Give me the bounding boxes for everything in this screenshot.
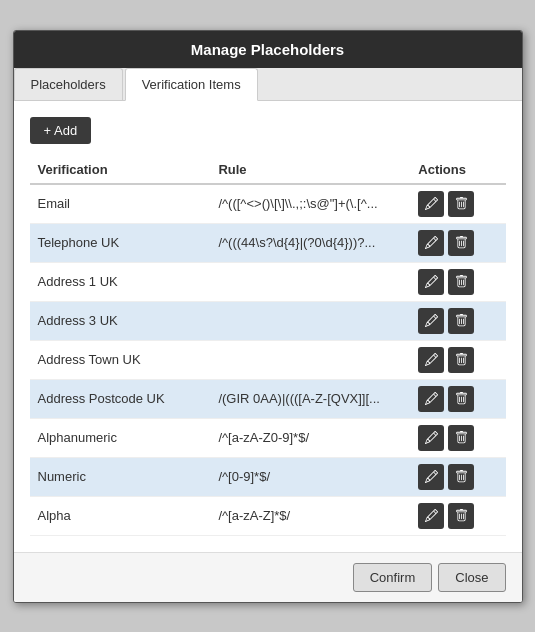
tab-placeholders[interactable]: Placeholders bbox=[14, 68, 123, 100]
actions-cell bbox=[410, 457, 505, 496]
rule-cell bbox=[210, 301, 410, 340]
delete-button[interactable] bbox=[448, 230, 474, 256]
actions-cell bbox=[410, 223, 505, 262]
actions-cell bbox=[410, 301, 505, 340]
actions-cell bbox=[410, 496, 505, 535]
rule-cell bbox=[210, 262, 410, 301]
edit-button[interactable] bbox=[418, 464, 444, 490]
verification-cell: Address 3 UK bbox=[30, 301, 211, 340]
verification-cell: Address Postcode UK bbox=[30, 379, 211, 418]
delete-button[interactable] bbox=[448, 503, 474, 529]
table-row: Alpha/^[a-zA-Z]*$/ bbox=[30, 496, 506, 535]
actions-cell bbox=[410, 184, 505, 224]
verification-table: Verification Rule Actions Email/^(([^<>(… bbox=[30, 156, 506, 536]
manage-placeholders-modal: Manage Placeholders Placeholders Verific… bbox=[13, 30, 523, 603]
rule-cell: /^(((44\s?\d{4}|(?0\d{4}))?... bbox=[210, 223, 410, 262]
verification-cell: Numeric bbox=[30, 457, 211, 496]
modal-footer: Confirm Close bbox=[14, 552, 522, 602]
col-header-actions: Actions bbox=[410, 156, 505, 184]
edit-button[interactable] bbox=[418, 347, 444, 373]
table-row: Numeric/^[0-9]*$/ bbox=[30, 457, 506, 496]
actions-cell bbox=[410, 262, 505, 301]
add-button[interactable]: + Add bbox=[30, 117, 92, 144]
verification-cell: Alpha bbox=[30, 496, 211, 535]
delete-button[interactable] bbox=[448, 347, 474, 373]
rule-cell: /^[a-zA-Z]*$/ bbox=[210, 496, 410, 535]
actions-cell bbox=[410, 379, 505, 418]
edit-button[interactable] bbox=[418, 425, 444, 451]
delete-button[interactable] bbox=[448, 269, 474, 295]
tab-verification-items[interactable]: Verification Items bbox=[125, 68, 258, 101]
col-header-rule: Rule bbox=[210, 156, 410, 184]
table-row: Email/^(([^<>()\[\]\\.,;:\s@"]+(\.[^... bbox=[30, 184, 506, 224]
rule-cell: /^[a-zA-Z0-9]*$/ bbox=[210, 418, 410, 457]
rule-cell bbox=[210, 340, 410, 379]
table-row: Address 3 UK bbox=[30, 301, 506, 340]
edit-button[interactable] bbox=[418, 503, 444, 529]
confirm-button[interactable]: Confirm bbox=[353, 563, 433, 592]
rule-cell: /^(([^<>()\[\]\\.,;:\s@"]+(\.[^... bbox=[210, 184, 410, 224]
edit-button[interactable] bbox=[418, 230, 444, 256]
delete-button[interactable] bbox=[448, 191, 474, 217]
delete-button[interactable] bbox=[448, 464, 474, 490]
edit-button[interactable] bbox=[418, 386, 444, 412]
edit-button[interactable] bbox=[418, 191, 444, 217]
edit-button[interactable] bbox=[418, 308, 444, 334]
actions-cell bbox=[410, 418, 505, 457]
table-row: Telephone UK/^(((44\s?\d{4}|(?0\d{4}))?.… bbox=[30, 223, 506, 262]
rule-cell: /(GIR 0AA)|((([A-Z-[QVX]][... bbox=[210, 379, 410, 418]
delete-button[interactable] bbox=[448, 386, 474, 412]
actions-cell bbox=[410, 340, 505, 379]
modal-body: + Add Verification Rule Actions Email/^(… bbox=[14, 101, 522, 552]
verification-cell: Address Town UK bbox=[30, 340, 211, 379]
tab-bar: Placeholders Verification Items bbox=[14, 68, 522, 101]
table-row: Alphanumeric/^[a-zA-Z0-9]*$/ bbox=[30, 418, 506, 457]
table-row: Address Postcode UK/(GIR 0AA)|((([A-Z-[Q… bbox=[30, 379, 506, 418]
col-header-verification: Verification bbox=[30, 156, 211, 184]
modal-title: Manage Placeholders bbox=[14, 31, 522, 68]
table-row: Address 1 UK bbox=[30, 262, 506, 301]
verification-cell: Email bbox=[30, 184, 211, 224]
edit-button[interactable] bbox=[418, 269, 444, 295]
delete-button[interactable] bbox=[448, 425, 474, 451]
verification-cell: Address 1 UK bbox=[30, 262, 211, 301]
delete-button[interactable] bbox=[448, 308, 474, 334]
rule-cell: /^[0-9]*$/ bbox=[210, 457, 410, 496]
verification-cell: Telephone UK bbox=[30, 223, 211, 262]
table-row: Address Town UK bbox=[30, 340, 506, 379]
close-button[interactable]: Close bbox=[438, 563, 505, 592]
verification-cell: Alphanumeric bbox=[30, 418, 211, 457]
